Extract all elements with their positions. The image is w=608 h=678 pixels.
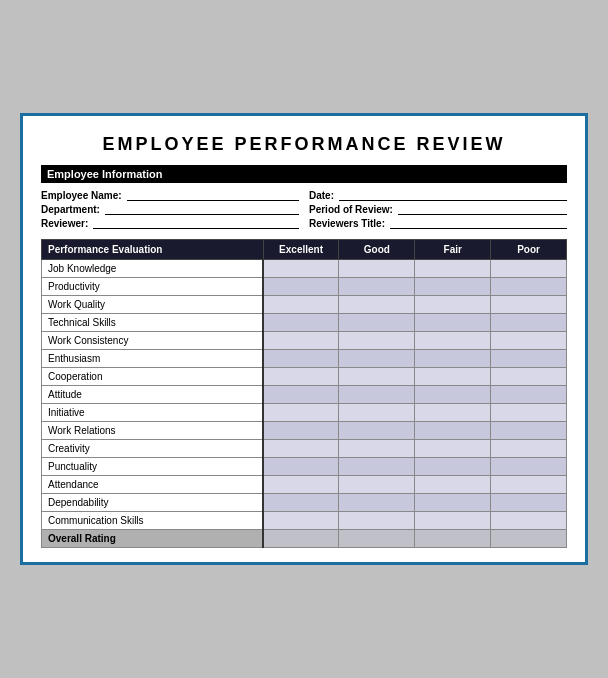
table-row: Cooperation (42, 368, 567, 386)
rating-cell[interactable] (415, 260, 491, 278)
rating-cell[interactable] (263, 404, 339, 422)
rating-cell[interactable] (263, 458, 339, 476)
employee-name-row: Employee Name: (41, 187, 299, 201)
row-label: Enthusiasm (42, 350, 264, 368)
rating-cell[interactable] (263, 512, 339, 530)
rating-cell[interactable] (415, 422, 491, 440)
rating-cell[interactable] (491, 386, 567, 404)
rating-cell[interactable] (415, 314, 491, 332)
rating-cell[interactable] (415, 512, 491, 530)
table-row: Attendance (42, 476, 567, 494)
row-label: Job Knowledge (42, 260, 264, 278)
rating-cell[interactable] (491, 260, 567, 278)
rating-cell[interactable] (415, 278, 491, 296)
rating-cell[interactable] (491, 368, 567, 386)
rating-cell[interactable] (491, 494, 567, 512)
reviewers-title-input[interactable] (390, 215, 567, 229)
evaluation-table: Performance Evaluation Excellent Good Fa… (41, 239, 567, 548)
date-input[interactable] (339, 187, 567, 201)
rating-cell[interactable] (415, 476, 491, 494)
employee-info-grid: Employee Name: Department: Reviewer: Dat… (41, 187, 567, 229)
rating-cell[interactable] (415, 404, 491, 422)
overall-rating-cell[interactable] (263, 530, 339, 548)
rating-cell[interactable] (339, 368, 415, 386)
rating-cell[interactable] (263, 476, 339, 494)
period-input[interactable] (398, 201, 567, 215)
rating-cell[interactable] (415, 386, 491, 404)
rating-cell[interactable] (339, 404, 415, 422)
rating-cell[interactable] (339, 386, 415, 404)
rating-cell[interactable] (491, 440, 567, 458)
rating-cell[interactable] (263, 314, 339, 332)
row-label: Creativity (42, 440, 264, 458)
rating-cell[interactable] (491, 314, 567, 332)
rating-cell[interactable] (263, 260, 339, 278)
rating-cell[interactable] (263, 350, 339, 368)
overall-rating-label: Overall Rating (42, 530, 264, 548)
overall-rating-cell[interactable] (415, 530, 491, 548)
rating-cell[interactable] (491, 350, 567, 368)
row-label: Communication Skills (42, 512, 264, 530)
rating-cell[interactable] (339, 458, 415, 476)
rating-cell[interactable] (491, 512, 567, 530)
rating-cell[interactable] (491, 476, 567, 494)
rating-cell[interactable] (415, 440, 491, 458)
overall-rating-cell[interactable] (339, 530, 415, 548)
row-label: Work Quality (42, 296, 264, 314)
department-input[interactable] (105, 201, 299, 215)
rating-cell[interactable] (415, 494, 491, 512)
table-row: Work Quality (42, 296, 567, 314)
rating-cell[interactable] (263, 494, 339, 512)
rating-cell[interactable] (491, 404, 567, 422)
period-row: Period of Review: (309, 201, 567, 215)
rating-cell[interactable] (339, 476, 415, 494)
rating-cell[interactable] (415, 368, 491, 386)
row-label: Attitude (42, 386, 264, 404)
table-row: Work Relations (42, 422, 567, 440)
rating-cell[interactable] (263, 386, 339, 404)
rating-cell[interactable] (415, 458, 491, 476)
rating-cell[interactable] (491, 458, 567, 476)
rating-cell[interactable] (491, 332, 567, 350)
table-row: Job Knowledge (42, 260, 567, 278)
rating-cell[interactable] (339, 260, 415, 278)
rating-cell[interactable] (339, 278, 415, 296)
rating-cell[interactable] (415, 296, 491, 314)
rating-cell[interactable] (491, 422, 567, 440)
rating-cell[interactable] (415, 332, 491, 350)
rating-cell[interactable] (263, 278, 339, 296)
row-label: Attendance (42, 476, 264, 494)
rating-cell[interactable] (339, 350, 415, 368)
rating-cell[interactable] (339, 494, 415, 512)
employee-name-input[interactable] (127, 187, 299, 201)
employee-name-label: Employee Name: (41, 190, 122, 201)
rating-cell[interactable] (339, 422, 415, 440)
col-header-evaluation: Performance Evaluation (42, 240, 264, 260)
rating-cell[interactable] (263, 296, 339, 314)
rating-cell[interactable] (339, 512, 415, 530)
rating-cell[interactable] (263, 332, 339, 350)
rating-cell[interactable] (263, 422, 339, 440)
rating-cell[interactable] (263, 440, 339, 458)
table-row: Initiative (42, 404, 567, 422)
overall-rating-cell[interactable] (491, 530, 567, 548)
rating-cell[interactable] (339, 332, 415, 350)
row-label: Work Relations (42, 422, 264, 440)
reviewer-label: Reviewer: (41, 218, 88, 229)
page-container: EMPLOYEE PERFORMANCE REVIEW Employee Inf… (20, 113, 588, 565)
page-title: EMPLOYEE PERFORMANCE REVIEW (41, 134, 567, 155)
rating-cell[interactable] (263, 368, 339, 386)
rating-cell[interactable] (415, 350, 491, 368)
info-right: Date: Period of Review: Reviewers Title: (309, 187, 567, 229)
reviewers-title-label: Reviewers Title: (309, 218, 385, 229)
rating-cell[interactable] (339, 296, 415, 314)
table-row: Dependability (42, 494, 567, 512)
row-label: Work Consistency (42, 332, 264, 350)
table-header-row: Performance Evaluation Excellent Good Fa… (42, 240, 567, 260)
rating-cell[interactable] (339, 314, 415, 332)
rating-cell[interactable] (491, 296, 567, 314)
rating-cell[interactable] (339, 440, 415, 458)
reviewer-input[interactable] (93, 215, 299, 229)
rating-cell[interactable] (491, 278, 567, 296)
table-row: Communication Skills (42, 512, 567, 530)
